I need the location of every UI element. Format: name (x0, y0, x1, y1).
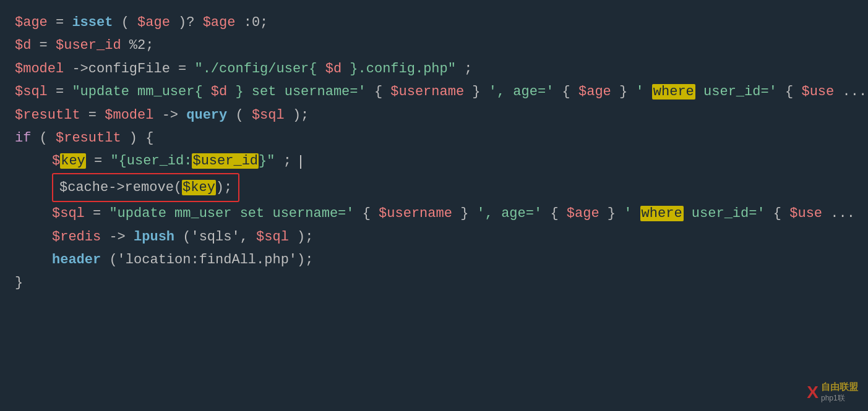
var-key-hl: $key (182, 180, 216, 195)
var-redis: $redis (52, 229, 101, 245)
watermark-x-logo: X (807, 383, 819, 402)
code-line-4: $sql = "update mm_user{ $d } set usernam… (15, 80, 853, 103)
var-key1: $ (52, 153, 60, 169)
watermark-sub: php1联 (821, 393, 858, 404)
watermark: X 自由联盟 php1联 (807, 381, 858, 404)
str-config: "./config/user{ (194, 61, 317, 77)
cache-call: $cache->remove( (59, 180, 182, 195)
func-isset: isset (72, 15, 113, 30)
var-d: $d (15, 38, 31, 53)
code-line-5: $resutlt = $model -> query ( $sql ); (15, 104, 853, 127)
code-line-1: $age = isset ( $age )? $age :0; (15, 11, 853, 34)
var-model2: $model (105, 108, 153, 123)
var-model1: $model (15, 61, 64, 77)
code-line-12: } (15, 271, 853, 294)
var-sql2: $sql (252, 108, 285, 123)
var-resutlt2: $resutlt (56, 130, 121, 146)
var-key1-hl: key (60, 153, 86, 169)
var-userid-hl: $user_id (192, 153, 259, 169)
highlighted-line-box: $cache->remove($key); (52, 173, 239, 202)
var-d2: $d (325, 61, 342, 77)
var-age3: $age (203, 15, 236, 30)
kw-if: if (15, 130, 31, 146)
text-cursor (300, 155, 301, 169)
code-line-11: header ('location:findAll.php'); (15, 248, 853, 271)
func-query: query (186, 108, 227, 123)
code-line-2: $d = $user_id %2; (15, 34, 853, 57)
code-line-6: if ( $resutlt ) { (15, 127, 853, 150)
code-line-9: $sql = "update mm_user set username=' { … (15, 202, 853, 225)
highlight-where-2: where (640, 206, 684, 221)
var-age1: $age (15, 15, 48, 30)
var-sql1: $sql (15, 84, 48, 100)
func-lpush: lpush (134, 229, 174, 245)
code-line-8: $cache->remove($key); (15, 173, 853, 202)
code-line-7: $key = "{user_id:$user_id}" ; (15, 150, 853, 172)
code-line-10: $redis -> lpush ('sqls', $sql ); (15, 226, 853, 248)
highlight-where-1: where (652, 84, 695, 100)
watermark-text: 自由联盟 (821, 381, 858, 393)
code-editor: $age = isset ( $age )? $age :0; $d = $us… (0, 0, 868, 306)
code-line-3: $model ->configFile = "./config/user{ $d… (15, 57, 853, 80)
var-userid1: $user_id (56, 38, 121, 53)
var-sql4: $sql (256, 229, 289, 245)
func-header: header (52, 252, 101, 268)
var-age2: $age (137, 15, 170, 30)
var-resutlt: $resutlt (15, 108, 80, 123)
var-sql3: $sql (52, 206, 85, 221)
